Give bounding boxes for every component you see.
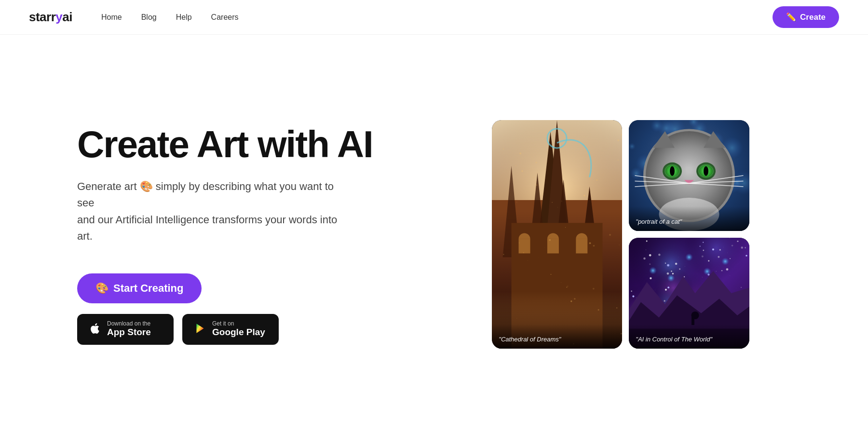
google-play-big-text: Google Play (212, 326, 265, 339)
hero-subtitle: Generate art 🎨 simply by describing what… (77, 178, 338, 244)
logo[interactable]: starryai (29, 10, 72, 25)
cta-section: 🎨 Start Creating Download on the App Sto… (77, 273, 393, 345)
art-grid: "Cathedral of Dreams" "portrait of a cat… (492, 120, 749, 349)
nav-links: Home Blog Help Careers (101, 13, 773, 22)
google-play-small-text: Get it on (212, 321, 234, 326)
art-card-cathedral[interactable]: "Cathedral of Dreams" (492, 120, 622, 349)
nav-blog[interactable]: Blog (141, 13, 157, 22)
apple-icon (89, 322, 101, 337)
start-creating-button[interactable]: 🎨 Start Creating (77, 273, 202, 303)
art-card-ai-world[interactable]: "AI in Control of The World" (629, 238, 749, 349)
google-play-button[interactable]: Get it on Google Play (182, 314, 279, 345)
store-buttons: Download on the App Store (77, 314, 279, 345)
nav-help[interactable]: Help (176, 13, 192, 22)
google-play-icon (194, 322, 206, 337)
pencil-icon: ✏️ (786, 12, 796, 22)
app-store-button[interactable]: Download on the App Store (77, 314, 174, 345)
create-button[interactable]: ✏️ Create (773, 6, 839, 28)
art-card-cat[interactable]: "portrait of a cat" (629, 120, 749, 231)
hero-right: "Cathedral of Dreams" "portrait of a cat… (432, 120, 810, 349)
art-caption-cat: "portrait of a cat" (629, 206, 749, 231)
art-caption-cathedral: "Cathedral of Dreams" (492, 324, 622, 349)
app-store-big-text: App Store (107, 326, 151, 339)
hero-left: Create Art with AI Generate art 🎨 simply… (77, 124, 393, 345)
app-store-small-text: Download on the (107, 321, 150, 326)
nav-home[interactable]: Home (101, 13, 122, 22)
hero-title: Create Art with AI (77, 124, 393, 165)
main-content: Create Art with AI Generate art 🎨 simply… (0, 35, 868, 434)
paint-icon: 🎨 (95, 282, 108, 295)
navigation: starryai Home Blog Help Careers ✏️ Creat… (0, 0, 868, 35)
nav-careers[interactable]: Careers (211, 13, 239, 22)
art-caption-ai-world: "AI in Control of The World" (629, 324, 749, 349)
